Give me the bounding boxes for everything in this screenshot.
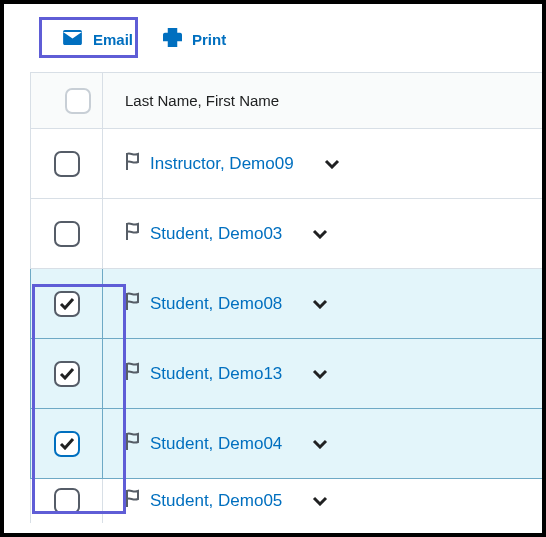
row-checkbox[interactable] bbox=[54, 151, 80, 177]
select-all-checkbox[interactable] bbox=[65, 88, 91, 114]
user-name-link[interactable]: Student, Demo13 bbox=[150, 364, 282, 384]
user-name-link[interactable]: Instructor, Demo09 bbox=[150, 154, 294, 174]
chevron-down-icon[interactable] bbox=[312, 295, 328, 313]
table-row: Student, Demo05 bbox=[31, 479, 547, 523]
user-name-link[interactable]: Student, Demo05 bbox=[150, 491, 282, 511]
table-row: Student, Demo04 bbox=[31, 409, 547, 479]
email-icon bbox=[62, 30, 83, 48]
user-name-link[interactable]: Student, Demo04 bbox=[150, 434, 282, 454]
print-label: Print bbox=[192, 31, 226, 48]
user-name-link[interactable]: Student, Demo08 bbox=[150, 294, 282, 314]
row-checkbox[interactable] bbox=[54, 221, 80, 247]
chevron-down-icon[interactable] bbox=[312, 365, 328, 383]
users-table: Last Name, First Name Instructor, Demo09… bbox=[30, 72, 546, 523]
chevron-down-icon[interactable] bbox=[312, 435, 328, 453]
flag-icon[interactable] bbox=[125, 222, 140, 245]
chevron-down-icon[interactable] bbox=[312, 225, 328, 243]
print-button[interactable]: Print bbox=[163, 28, 226, 50]
chevron-down-icon[interactable] bbox=[312, 492, 328, 510]
flag-icon[interactable] bbox=[125, 362, 140, 385]
table-row: Student, Demo13 bbox=[31, 339, 547, 409]
flag-icon[interactable] bbox=[125, 432, 140, 455]
flag-icon[interactable] bbox=[125, 489, 140, 512]
row-checkbox[interactable] bbox=[54, 488, 80, 514]
table-row: Instructor, Demo09 bbox=[31, 129, 547, 199]
table-row: Student, Demo08 bbox=[31, 269, 547, 339]
app-frame: Email Print Last Name, First Name bbox=[0, 0, 546, 537]
flag-icon[interactable] bbox=[125, 292, 140, 315]
column-header-name: Last Name, First Name bbox=[103, 73, 547, 129]
chevron-down-icon[interactable] bbox=[324, 155, 340, 173]
user-name-link[interactable]: Student, Demo03 bbox=[150, 224, 282, 244]
flag-icon[interactable] bbox=[125, 152, 140, 175]
print-icon bbox=[163, 28, 182, 50]
toolbar: Email Print bbox=[4, 4, 542, 72]
table-row: Student, Demo03 bbox=[31, 199, 547, 269]
header-row: Last Name, First Name bbox=[31, 73, 547, 129]
email-button[interactable]: Email bbox=[62, 30, 133, 48]
row-checkbox[interactable] bbox=[54, 431, 80, 457]
email-label: Email bbox=[93, 31, 133, 48]
row-checkbox[interactable] bbox=[54, 291, 80, 317]
row-checkbox[interactable] bbox=[54, 361, 80, 387]
